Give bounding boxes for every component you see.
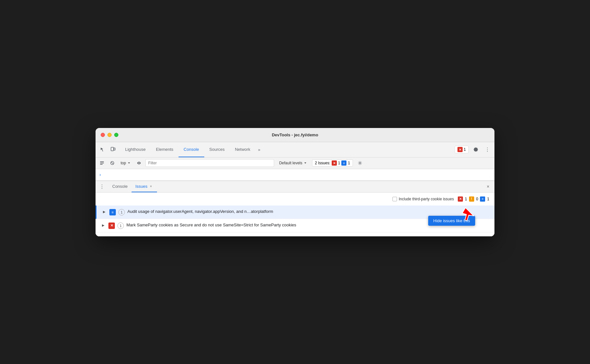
issues-badges: ✕ 1 ! 0 ≡ 1	[458, 196, 489, 202]
issue-row[interactable]: ▶ ≡ 1 Audit usage of navigator.userAgent…	[96, 205, 494, 219]
expand-icon-2[interactable]: ▶	[101, 223, 106, 228]
traffic-lights	[101, 133, 118, 137]
include-third-party-checkbox[interactable]: Include third-party cookie issues	[392, 197, 454, 201]
tab-elements[interactable]: Elements	[151, 142, 179, 157]
clear-console-icon[interactable]	[98, 159, 106, 167]
svg-rect-0	[111, 147, 114, 151]
svg-rect-3	[100, 161, 104, 162]
settings-icon[interactable]	[471, 145, 480, 154]
checkbox-box[interactable]	[392, 197, 397, 201]
fullscreen-button[interactable]	[114, 133, 118, 137]
panel-tab-issues[interactable]: Issues ×	[132, 181, 157, 192]
issue-type-info-icon: ≡	[109, 209, 116, 215]
inspect-icon[interactable]	[98, 145, 107, 154]
tab-more[interactable]: »	[255, 142, 263, 157]
tab-sources[interactable]: Sources	[204, 142, 230, 157]
svg-line-7	[111, 162, 114, 164]
issues-panel: Include third-party cookie issues ✕ 1 ! …	[96, 193, 494, 236]
issues-header-row: Include third-party cookie issues ✕ 1 ! …	[96, 196, 494, 205]
window-title: DevTools - jec.fyi/demo	[272, 132, 318, 137]
devtools-window: DevTools - jec.fyi/demo	[96, 128, 494, 236]
default-levels-dropdown[interactable]: Default levels	[277, 160, 309, 166]
tabs: Lighthouse Elements Console Sources Netw…	[120, 142, 263, 157]
badge-error-icon: ✕	[458, 196, 463, 202]
minimize-button[interactable]	[107, 133, 112, 137]
badge-info-icon: ≡	[480, 196, 485, 202]
console-settings-icon[interactable]	[355, 159, 364, 168]
issues-info-icon: ≡	[341, 160, 346, 166]
console-toolbar: top Default levels 2 Issues: ✕ 1	[96, 158, 494, 169]
prompt-chevron[interactable]: ›	[99, 172, 101, 177]
top-toolbar: Lighthouse Elements Console Sources Netw…	[96, 142, 494, 158]
more-options-icon[interactable]: ⋮	[483, 145, 492, 154]
bottom-section: ⋮ Console Issues × × Include third-party…	[96, 181, 494, 236]
svg-rect-4	[100, 163, 104, 163]
issue-type-error-icon: ✕	[108, 223, 115, 229]
close-button[interactable]	[101, 133, 105, 137]
prompt-area: ›	[96, 169, 494, 181]
badge-warning-icon: !	[469, 196, 474, 202]
block-icon[interactable]	[108, 159, 116, 167]
close-issues-tab-icon[interactable]: ×	[149, 184, 153, 188]
svg-marker-9	[462, 208, 474, 221]
issues-error-icon: ✕	[332, 160, 337, 166]
title-bar: DevTools - jec.fyi/demo	[96, 128, 494, 142]
issue-text-1: Audit usage of navigator.userAgent, navi…	[127, 209, 489, 214]
issue-count-1: 1	[118, 209, 125, 215]
context-dropdown[interactable]: top	[119, 160, 133, 166]
issues-count-bar[interactable]: 2 Issues: ✕ 1 ≡ 1	[312, 159, 353, 167]
error-icon: ✕	[457, 147, 463, 152]
devtools-content: Lighthouse Elements Console Sources Netw…	[96, 142, 494, 236]
device-icon[interactable]	[108, 145, 117, 154]
svg-rect-5	[100, 164, 103, 165]
tab-lighthouse[interactable]: Lighthouse	[120, 142, 151, 157]
expand-icon[interactable]: ▶	[102, 209, 107, 214]
error-badge[interactable]: ✕ 1	[455, 146, 469, 153]
filter-input[interactable]	[145, 159, 274, 167]
svg-rect-1	[114, 148, 115, 150]
panel-close-icon[interactable]: ×	[484, 183, 492, 190]
toolbar-icons	[98, 145, 117, 154]
tab-network[interactable]: Network	[230, 142, 255, 157]
panel-dots-icon[interactable]: ⋮	[98, 183, 106, 190]
issue-count-2: 1	[117, 223, 124, 229]
panel-tab-console[interactable]: Console	[108, 181, 132, 192]
eye-icon[interactable]	[135, 159, 143, 167]
toolbar-right: ✕ 1 ⋮	[455, 145, 492, 154]
tab-console[interactable]: Console	[179, 142, 204, 157]
panel-tabs: ⋮ Console Issues × ×	[96, 181, 494, 193]
svg-point-8	[359, 162, 361, 164]
